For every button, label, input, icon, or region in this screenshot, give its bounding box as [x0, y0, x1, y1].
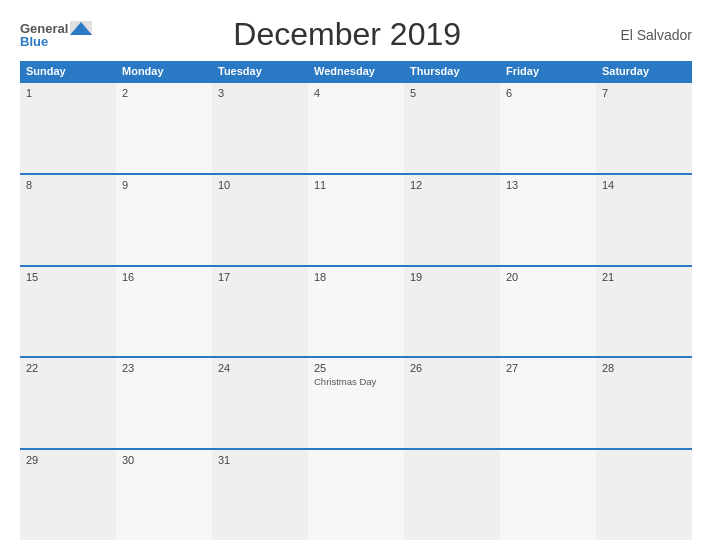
day-6: 6 [500, 83, 596, 173]
header-thursday: Thursday [404, 61, 500, 81]
christmas-day-event: Christmas Day [314, 376, 398, 387]
day-27: 27 [500, 358, 596, 448]
day-3: 3 [212, 83, 308, 173]
day-10: 10 [212, 175, 308, 265]
header: General Blue December 2019 El Salvador [20, 16, 692, 53]
day-2: 2 [116, 83, 212, 173]
day-empty-2 [404, 450, 500, 540]
day-empty-4 [596, 450, 692, 540]
day-28: 28 [596, 358, 692, 448]
day-22: 22 [20, 358, 116, 448]
day-9: 9 [116, 175, 212, 265]
header-sunday: Sunday [20, 61, 116, 81]
day-4: 4 [308, 83, 404, 173]
calendar: Sunday Monday Tuesday Wednesday Thursday… [20, 61, 692, 540]
day-17: 17 [212, 267, 308, 357]
week-5: 29 30 31 [20, 448, 692, 540]
day-29: 29 [20, 450, 116, 540]
header-saturday: Saturday [596, 61, 692, 81]
logo: General Blue [20, 21, 92, 48]
day-7: 7 [596, 83, 692, 173]
header-friday: Friday [500, 61, 596, 81]
week-1: 1 2 3 4 5 6 7 [20, 81, 692, 173]
day-16: 16 [116, 267, 212, 357]
calendar-page: General Blue December 2019 El Salvador S… [0, 0, 712, 550]
day-20: 20 [500, 267, 596, 357]
logo-blue-text: Blue [20, 35, 48, 48]
header-tuesday: Tuesday [212, 61, 308, 81]
day-25: 25 Christmas Day [308, 358, 404, 448]
header-wednesday: Wednesday [308, 61, 404, 81]
day-15: 15 [20, 267, 116, 357]
week-2: 8 9 10 11 12 13 14 [20, 173, 692, 265]
day-24: 24 [212, 358, 308, 448]
logo-general-text: General [20, 22, 68, 35]
calendar-body: 1 2 3 4 5 6 7 8 9 10 11 12 13 14 15 16 [20, 81, 692, 540]
header-monday: Monday [116, 61, 212, 81]
week-3: 15 16 17 18 19 20 21 [20, 265, 692, 357]
day-1: 1 [20, 83, 116, 173]
day-13: 13 [500, 175, 596, 265]
day-19: 19 [404, 267, 500, 357]
logo-flag-icon [70, 21, 92, 35]
day-23: 23 [116, 358, 212, 448]
day-empty-1 [308, 450, 404, 540]
day-31: 31 [212, 450, 308, 540]
calendar-header: Sunday Monday Tuesday Wednesday Thursday… [20, 61, 692, 81]
day-5: 5 [404, 83, 500, 173]
day-18: 18 [308, 267, 404, 357]
day-26: 26 [404, 358, 500, 448]
country-label: El Salvador [602, 27, 692, 43]
week-4: 22 23 24 25 Christmas Day 26 27 28 [20, 356, 692, 448]
day-30: 30 [116, 450, 212, 540]
day-empty-3 [500, 450, 596, 540]
day-8: 8 [20, 175, 116, 265]
month-title: December 2019 [92, 16, 602, 53]
day-12: 12 [404, 175, 500, 265]
day-14: 14 [596, 175, 692, 265]
day-21: 21 [596, 267, 692, 357]
day-11: 11 [308, 175, 404, 265]
